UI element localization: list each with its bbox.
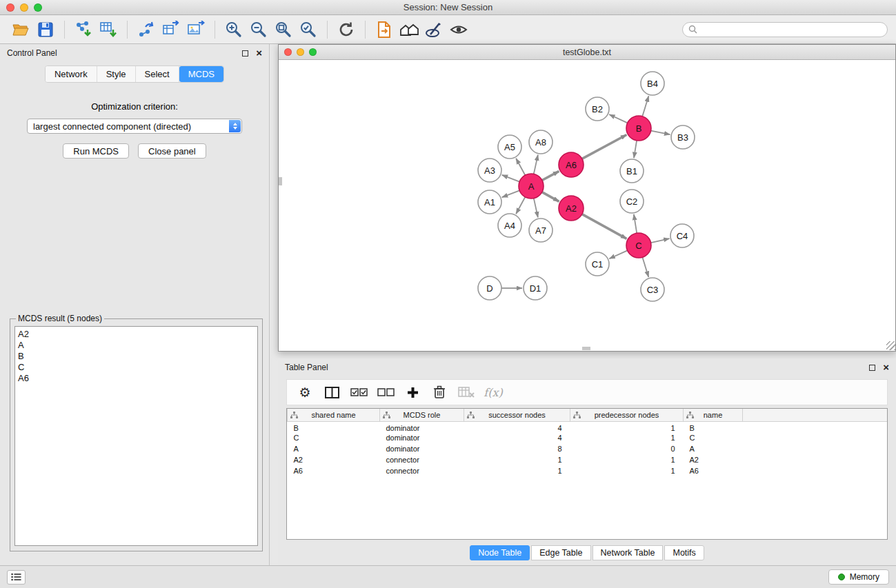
cell[interactable]: dominator <box>380 432 464 443</box>
close-panel-icon[interactable]: × <box>256 50 262 57</box>
cell[interactable]: dominator <box>380 443 464 454</box>
cell[interactable]: dominator <box>380 421 464 432</box>
open-session-button[interactable] <box>8 18 33 41</box>
edge-A2-C[interactable] <box>582 214 627 239</box>
cell[interactable]: 1 <box>570 454 684 465</box>
close-window-button[interactable] <box>6 3 14 12</box>
tab-mcds[interactable]: MCDS <box>179 66 223 82</box>
function-builder-button[interactable]: f(x) <box>482 382 504 403</box>
run-mcds-button[interactable]: Run MCDS <box>63 143 129 159</box>
close-network-window-button[interactable] <box>284 48 292 56</box>
show-hide-button[interactable] <box>446 18 471 41</box>
node-B3[interactable]: B3 <box>671 125 695 149</box>
result-item[interactable]: A2 <box>18 329 255 340</box>
cell[interactable]: connector <box>380 454 464 465</box>
column-header-predecessor-nodes[interactable]: predecessor nodes <box>570 409 684 421</box>
table-row[interactable]: Adominator80A <box>288 443 888 454</box>
node-C3[interactable]: C3 <box>641 278 664 301</box>
minimize-network-window-button[interactable] <box>297 48 304 56</box>
node-A5[interactable]: A5 <box>498 135 521 159</box>
cell[interactable]: 0 <box>570 443 684 454</box>
node-C[interactable]: C <box>626 233 651 258</box>
cell[interactable]: connector <box>380 465 464 476</box>
task-history-button[interactable] <box>7 570 26 585</box>
cell[interactable]: 1 <box>570 432 684 443</box>
node-B[interactable]: B <box>626 116 651 141</box>
deselect-all-button[interactable] <box>375 382 397 403</box>
cell[interactable]: 1 <box>570 421 684 432</box>
cell[interactable]: A2 <box>288 454 380 465</box>
cell[interactable]: 1 <box>464 465 570 476</box>
node-A3[interactable]: A3 <box>478 159 501 182</box>
zoom-network-window-button[interactable] <box>309 48 317 56</box>
edge-A-A8[interactable] <box>534 155 538 174</box>
optimization-dropdown[interactable]: largest connected component (directed) <box>27 119 242 134</box>
node-D1[interactable]: D1 <box>524 276 547 300</box>
show-columns-button[interactable] <box>321 382 343 403</box>
node-A1[interactable]: A1 <box>478 190 501 214</box>
table-row[interactable]: Bdominator41B <box>288 421 888 432</box>
network-canvas[interactable]: B4B2BB3A5A8A6A3B1AA1C2A2A4A7C4CC1C3DD1 <box>279 60 895 350</box>
export-image-button[interactable] <box>183 18 208 41</box>
zoom-window-button[interactable] <box>34 3 42 12</box>
save-session-button[interactable] <box>33 18 58 41</box>
cell[interactable]: A6 <box>684 465 743 476</box>
result-item[interactable]: B <box>18 351 255 362</box>
tab-node-table[interactable]: Node Table <box>470 545 530 560</box>
refresh-button[interactable] <box>334 18 359 41</box>
column-header-MCDS-role[interactable]: MCDS role <box>380 409 464 421</box>
select-all-button[interactable] <box>348 382 370 403</box>
node-B2[interactable]: B2 <box>586 97 609 121</box>
cell[interactable]: 4 <box>464 421 570 432</box>
float-table-panel-icon[interactable] <box>869 365 875 371</box>
node-A8[interactable]: A8 <box>529 130 552 154</box>
close-panel-button[interactable]: Close panel <box>138 143 206 159</box>
cell[interactable]: 1 <box>570 465 684 476</box>
cell[interactable]: B <box>684 421 743 432</box>
edge-C-C2[interactable] <box>634 214 637 233</box>
result-item[interactable]: C <box>18 362 255 373</box>
delete-column-button[interactable] <box>428 382 450 403</box>
cell[interactable]: C <box>288 432 380 443</box>
result-item[interactable]: A6 <box>18 373 255 384</box>
column-header-shared-name[interactable]: shared name <box>288 409 380 421</box>
float-panel-icon[interactable] <box>242 50 248 57</box>
zoom-fit-button[interactable] <box>271 18 296 41</box>
table-row[interactable]: A2connector11A2 <box>288 454 888 465</box>
cell[interactable]: A2 <box>684 454 743 465</box>
cell[interactable]: 1 <box>464 454 570 465</box>
node-C4[interactable]: C4 <box>670 224 694 247</box>
edge-A-A2[interactable] <box>542 192 559 202</box>
import-network-button[interactable] <box>71 18 96 41</box>
export-network-button[interactable] <box>134 18 159 41</box>
search-input[interactable] <box>701 25 882 34</box>
tab-network[interactable]: Network <box>46 66 97 82</box>
open-document-button[interactable] <box>372 18 397 41</box>
tab-style[interactable]: Style <box>97 66 136 82</box>
node-A[interactable]: A <box>519 174 544 199</box>
edge-B-B2[interactable] <box>609 114 628 123</box>
edge-A-A1[interactable] <box>502 190 520 197</box>
node-A7[interactable]: A7 <box>529 219 552 242</box>
table-row[interactable]: Cdominator41C <box>288 432 888 443</box>
edge-A-A3[interactable] <box>502 175 520 182</box>
zoom-in-button[interactable] <box>221 18 246 41</box>
tab-edge-table[interactable]: Edge Table <box>531 545 590 560</box>
node-B1[interactable]: B1 <box>620 159 644 183</box>
minimize-window-button[interactable] <box>20 3 28 12</box>
destroy-table-button[interactable] <box>455 382 477 403</box>
horizontal-scroll-thumb[interactable] <box>582 347 590 350</box>
node-C1[interactable]: C1 <box>586 252 609 276</box>
style-button[interactable] <box>421 18 446 41</box>
resize-grip[interactable] <box>886 341 895 350</box>
cell[interactable]: A <box>288 443 380 454</box>
edge-B-B1[interactable] <box>634 141 637 158</box>
close-table-panel-icon[interactable]: × <box>883 364 889 371</box>
table-row[interactable]: A6connector11A6 <box>288 465 888 476</box>
result-item[interactable]: A <box>18 340 255 351</box>
search-box[interactable] <box>682 22 888 37</box>
edge-C-C3[interactable] <box>642 257 648 277</box>
table-settings-button[interactable]: ⚙ <box>294 382 316 403</box>
tab-select[interactable]: Select <box>136 66 179 82</box>
mcds-result-list[interactable]: A2ABCA6 <box>14 326 258 546</box>
